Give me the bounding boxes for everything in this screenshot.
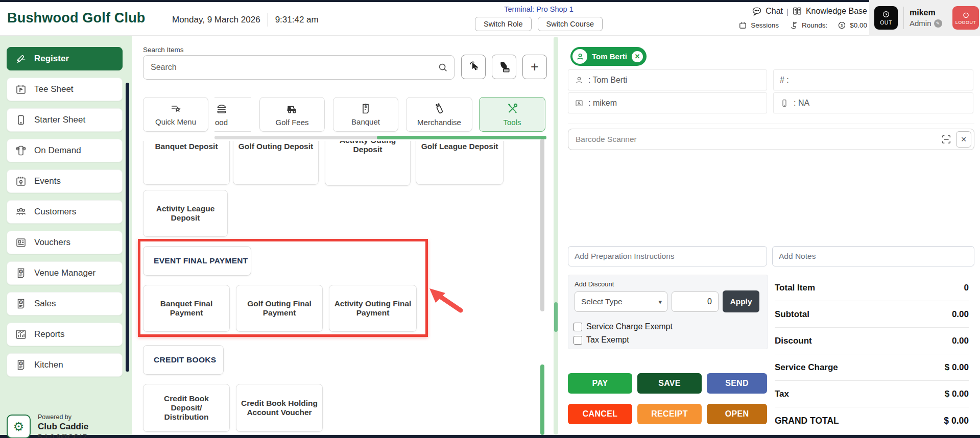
item-activity-outing-final-payment[interactable]: Activity Outing Final Payment bbox=[329, 285, 417, 332]
items-scroll-area: Banquet Deposit Golf Outing Deposit Acti… bbox=[132, 141, 540, 435]
knowledge-base-link[interactable]: Knowledge Base bbox=[806, 7, 867, 16]
receipt-button[interactable]: RECEIPT bbox=[637, 404, 702, 424]
terminal-group: Terminal: Pro Shop 1 Switch Role Switch … bbox=[449, 5, 628, 31]
apply-discount-button[interactable]: Apply bbox=[723, 290, 759, 312]
item-banquet-deposit[interactable]: Banquet Deposit bbox=[143, 141, 230, 185]
receipt-dollar-icon: $ bbox=[15, 298, 27, 310]
tab-golf-fees[interactable]: Golf Fees bbox=[259, 97, 325, 132]
cashier-value: : mikem bbox=[588, 99, 617, 108]
search-icon bbox=[437, 62, 448, 73]
barcode-box: ✕ bbox=[568, 129, 974, 150]
reports-chart-icon bbox=[15, 328, 27, 340]
sidebar-item-tee-sheet[interactable]: Tee Sheet bbox=[7, 78, 123, 101]
item-credit-book-holding-account-voucher[interactable]: Credit Book Holding Account Voucher bbox=[236, 384, 323, 432]
sidebar-item-customers[interactable]: Customers bbox=[7, 200, 123, 224]
item-golf-outing-final-payment[interactable]: Golf Outing Final Payment bbox=[236, 285, 323, 332]
golf-bag-icon bbox=[433, 102, 446, 115]
pay-button[interactable]: PAY bbox=[568, 373, 632, 394]
app-root: Bushwood Golf Club Monday, 9 March 2026 … bbox=[0, 0, 980, 438]
tax-exempt-label: Tax Exempt bbox=[586, 335, 629, 345]
item-activity-league-deposit[interactable]: Activity League Deposit bbox=[143, 190, 228, 237]
remove-customer-icon[interactable]: ✕ bbox=[632, 51, 643, 62]
sidebar-nav: Register Tee Sheet Starter Sheet On Dema… bbox=[0, 36, 132, 435]
phone-icon bbox=[780, 99, 789, 108]
card-swipe-icon bbox=[497, 60, 511, 74]
item-golf-outing-deposit[interactable]: Golf Outing Deposit bbox=[233, 141, 319, 185]
powered-by-label: Powered by bbox=[38, 413, 88, 421]
discount-panel: Add Discount Select Type ▾ Apply Service… bbox=[568, 275, 768, 349]
tab-tools[interactable]: Tools bbox=[479, 97, 545, 132]
rounds-label[interactable]: Rounds: bbox=[802, 21, 827, 29]
sidebar-item-venue-manager[interactable]: $ Venue Manager bbox=[7, 261, 123, 285]
sessions-link[interactable]: Sessions bbox=[751, 21, 779, 29]
cancel-button[interactable]: CANCEL bbox=[568, 404, 632, 424]
sidebar-item-starter-sheet[interactable]: Starter Sheet bbox=[7, 108, 123, 132]
svg-text:$: $ bbox=[20, 270, 22, 273]
tee-sheet-icon bbox=[15, 83, 27, 95]
switch-role-button[interactable]: Switch Role bbox=[475, 17, 532, 31]
service-charge-row: Service Charge$ 0.00 bbox=[775, 354, 969, 381]
tab-merchandise[interactable]: Merchandise bbox=[406, 97, 472, 132]
sidebar-scrollbar[interactable] bbox=[126, 83, 129, 372]
sidebar-item-reports[interactable]: Reports bbox=[7, 323, 123, 346]
discount-amount-input[interactable] bbox=[672, 291, 719, 312]
tab-food-partial[interactable]: ood bbox=[214, 97, 251, 132]
item-credit-book-deposit-distribution[interactable]: Credit Book Deposit/ Distribution bbox=[143, 384, 230, 432]
tab-quick-menu[interactable]: Quick Menu bbox=[143, 97, 208, 132]
search-box bbox=[143, 55, 455, 80]
discount-type-select[interactable]: Select Type ▾ bbox=[575, 291, 667, 312]
chat-link[interactable]: Chat bbox=[766, 7, 783, 16]
open-button[interactable]: OPEN bbox=[707, 404, 767, 424]
service-charge-exempt-checkbox[interactable] bbox=[573, 323, 582, 331]
receipt-dollar-icon: $ bbox=[15, 359, 27, 371]
rounds-amount: $0.00 bbox=[850, 21, 867, 29]
card-swipe-button[interactable] bbox=[492, 55, 516, 79]
scan-icon[interactable] bbox=[941, 134, 952, 145]
customer-phone-field: : NA bbox=[773, 92, 973, 113]
barcode-scanner-icon bbox=[15, 53, 27, 65]
sidebar-item-events[interactable]: Events bbox=[7, 169, 123, 193]
item-activity-outing-deposit[interactable]: Activity Outing Deposit bbox=[325, 141, 411, 186]
panel-divider-handle[interactable] bbox=[554, 302, 558, 332]
items-scrollbar-lower[interactable] bbox=[540, 364, 544, 435]
send-button[interactable]: SEND bbox=[707, 373, 767, 394]
save-button[interactable]: SAVE bbox=[637, 373, 702, 394]
banquet-receipt-icon: $ bbox=[360, 103, 372, 115]
tax-row: Tax$ 0.00 bbox=[775, 381, 969, 407]
item-golf-league-deposit[interactable]: Golf League Deposit bbox=[416, 141, 504, 185]
date-time-divider bbox=[268, 13, 268, 27]
sidebar-item-vouchers[interactable]: Vouchers bbox=[7, 231, 123, 254]
section-event-final-payment[interactable]: EVENT FINAL PAYMENT bbox=[143, 246, 251, 276]
powered-by-block: Powered by Club Caddie 5.1.0.9@CC17 bbox=[38, 413, 88, 438]
panel-divider[interactable] bbox=[554, 37, 558, 435]
sidebar-item-register[interactable]: Register bbox=[7, 47, 123, 70]
service-charge-exempt-row: Service Charge Exempt bbox=[573, 322, 673, 331]
search-input[interactable] bbox=[143, 55, 455, 80]
tabs-scrollbar-thumb[interactable] bbox=[377, 136, 546, 139]
clock-out-button[interactable]: OUT bbox=[874, 6, 898, 30]
sidebar-item-sales[interactable]: $ Sales bbox=[7, 292, 123, 315]
tax-exempt-checkbox[interactable] bbox=[573, 336, 582, 345]
tools-icon bbox=[506, 102, 519, 115]
tab-banquet[interactable]: $ Banquet bbox=[333, 97, 398, 132]
item-banquet-final-payment[interactable]: Banquet Final Payment bbox=[143, 285, 230, 332]
sidebar-item-on-demand[interactable]: On Demand bbox=[7, 139, 123, 162]
tap-select-button[interactable] bbox=[461, 55, 486, 79]
add-item-button[interactable]: + bbox=[522, 55, 547, 79]
logout-button[interactable]: LOGOUT bbox=[952, 6, 979, 30]
customer-chip[interactable]: Tom Berti ✕ bbox=[570, 47, 647, 66]
edit-role-icon[interactable]: ✎ bbox=[934, 19, 942, 28]
close-icon: ✕ bbox=[961, 135, 967, 143]
barcode-scanner-input[interactable] bbox=[568, 129, 974, 150]
items-scrollbar-upper[interactable] bbox=[540, 139, 544, 311]
cashier-field: : mikem bbox=[568, 92, 767, 113]
switch-course-button[interactable]: Switch Course bbox=[538, 17, 603, 31]
settings-gear-button[interactable]: ⚙ bbox=[7, 415, 31, 438]
header-quicklinks: Chat | Knowledge Base Sessions Rounds: $… bbox=[739, 6, 867, 30]
section-credit-books[interactable]: CREDIT BOOKS bbox=[143, 345, 224, 375]
notes-input[interactable] bbox=[772, 246, 974, 266]
sidebar-item-kitchen[interactable]: $ Kitchen bbox=[7, 353, 123, 377]
barcode-clear-button[interactable]: ✕ bbox=[956, 131, 971, 148]
chevron-down-icon: ▾ bbox=[658, 298, 662, 306]
prep-instructions-input[interactable] bbox=[568, 246, 767, 266]
